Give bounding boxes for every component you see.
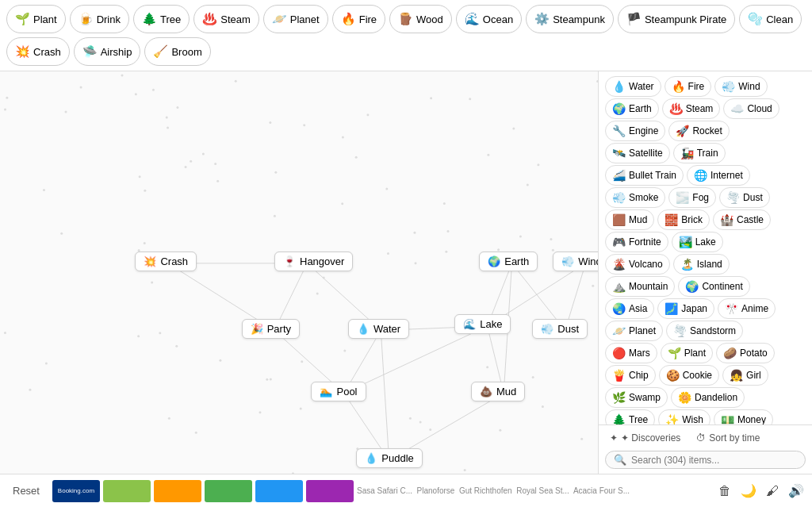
tag-steam[interactable]: ♨️Steam bbox=[193, 5, 259, 33]
trash-icon[interactable]: 🗑 bbox=[718, 484, 731, 498]
tag-plant[interactable]: 🌱Plant bbox=[6, 5, 66, 33]
si-icon-anime: 🎌 bbox=[725, 302, 738, 315]
sidebar-item-girl[interactable]: 👧Girl bbox=[722, 365, 768, 386]
node-crash[interactable]: 💥Crash bbox=[135, 252, 197, 271]
sort-button[interactable]: ⏱ Sort by time bbox=[691, 430, 764, 446]
tag-label-drink: Drink bbox=[97, 13, 121, 25]
node-earth[interactable]: 🌍Earth bbox=[479, 252, 538, 271]
si-icon-brick: 🧱 bbox=[665, 213, 678, 226]
tag-steampunk[interactable]: ⚙️Steampunk bbox=[526, 5, 614, 33]
si-label-cookie: Cookie bbox=[683, 370, 712, 381]
reset-button[interactable]: Reset bbox=[8, 483, 44, 498]
tag-label-broom: Broom bbox=[171, 46, 201, 58]
node-icon-mud: 💩 bbox=[480, 386, 492, 398]
node-dust[interactable]: 💨Dust bbox=[532, 319, 588, 339]
node-puddle[interactable]: 💧Puddle bbox=[356, 448, 422, 468]
tag-label-steampunk-pirate: Steampunk Pirate bbox=[645, 13, 726, 25]
sidebar-item-dandelion[interactable]: 🌼Dandelion bbox=[671, 387, 745, 408]
tag-icon-planet: 🪐 bbox=[272, 12, 287, 26]
sidebar-item-swamp[interactable]: 🌿Swamp bbox=[605, 387, 668, 408]
tag-icon-steampunk-pirate: 🏴 bbox=[626, 12, 642, 26]
tag-clean[interactable]: 🫧Clean bbox=[739, 5, 802, 33]
sidebar-item-rocket[interactable]: 🚀Rocket bbox=[668, 121, 729, 141]
sidebar-item-internet[interactable]: 🌐Internet bbox=[687, 165, 750, 186]
node-hangover[interactable]: 🍷Hangover bbox=[274, 252, 353, 271]
si-icon-tree: 🌲 bbox=[612, 413, 626, 424]
sidebar-item-train[interactable]: 🚂Train bbox=[673, 143, 726, 163]
node-party[interactable]: 🎉Party bbox=[242, 319, 300, 339]
sidebar-item-dust[interactable]: 🌪️Dust bbox=[719, 187, 770, 208]
sidebar-row-6: 🟫Mud🧱Brick🏰Castle bbox=[605, 209, 806, 230]
ad-area: Booking.com Sasa Safari C... Planoforse … bbox=[52, 480, 710, 502]
si-icon-swamp: 🌿 bbox=[612, 391, 626, 404]
sidebar-item-japan[interactable]: 🗾Japan bbox=[657, 298, 714, 319]
sidebar-item-money[interactable]: 💵Money bbox=[714, 409, 773, 424]
sidebar-item-water[interactable]: 💧Water bbox=[605, 76, 661, 97]
sidebar-item-anime[interactable]: 🎌Anime bbox=[718, 298, 776, 319]
moon-icon[interactable]: 🌙 bbox=[741, 483, 756, 498]
brush-icon[interactable]: 🖌 bbox=[766, 484, 779, 498]
si-label-mud: Mud bbox=[629, 214, 647, 225]
node-mud[interactable]: 💩Mud bbox=[471, 382, 525, 401]
si-label-castle: Castle bbox=[737, 214, 764, 225]
si-icon-continent: 🌍 bbox=[685, 280, 699, 293]
node-icon-water: 💧 bbox=[357, 323, 370, 335]
si-icon-wish: ✨ bbox=[665, 413, 679, 424]
si-label-earth: Earth bbox=[629, 103, 652, 114]
sidebar-item-chip[interactable]: 🍟Chip bbox=[605, 365, 656, 386]
tag-tree[interactable]: 🌲Tree bbox=[133, 5, 190, 33]
si-icon-lake: 🏞️ bbox=[679, 236, 692, 248]
sidebar-item-island[interactable]: 🏝️Island bbox=[673, 254, 730, 275]
sidebar-item-mars[interactable]: 🔴Mars bbox=[605, 343, 657, 363]
si-label-fortnite: Fortnite bbox=[629, 236, 661, 248]
volume-icon[interactable]: 🔊 bbox=[788, 483, 804, 498]
sidebar-item-castle[interactable]: 🏰Castle bbox=[713, 209, 771, 230]
si-icon-island: 🏝️ bbox=[680, 258, 694, 271]
sidebar-item-engine[interactable]: 🔧Engine bbox=[605, 121, 665, 141]
sidebar-item-asia[interactable]: 🌏Asia bbox=[605, 298, 654, 319]
tag-fire[interactable]: 🔥Fire bbox=[332, 5, 385, 33]
sidebar-item-plant[interactable]: 🌱Plant bbox=[661, 343, 713, 363]
si-icon-sandstorm: 🌪️ bbox=[673, 325, 687, 337]
sidebar-row-10: 🌏Asia🗾Japan🎌Anime bbox=[605, 298, 806, 319]
node-lake[interactable]: 🌊Lake bbox=[454, 314, 511, 334]
tag-crash[interactable]: 💥Crash bbox=[6, 37, 70, 66]
sidebar-item-mountain[interactable]: ⛰️Mountain bbox=[605, 276, 675, 297]
si-label-mars: Mars bbox=[629, 348, 650, 359]
node-water[interactable]: 💧Water bbox=[348, 319, 409, 339]
tag-drink[interactable]: 🍺Drink bbox=[70, 5, 129, 33]
sidebar-item-mud[interactable]: 🟫Mud bbox=[605, 209, 654, 230]
sidebar-item-fire[interactable]: 🔥Fire bbox=[665, 76, 712, 97]
node-wind[interactable]: 💨Wind bbox=[553, 252, 598, 271]
sidebar-item-continent[interactable]: 🌍Continent bbox=[678, 276, 749, 297]
sidebar-row-15: 🌲Tree✨Wish💵Money bbox=[605, 409, 806, 424]
sidebar-item-steam[interactable]: ♨️Steam bbox=[662, 98, 721, 119]
sidebar-item-wind[interactable]: 💨Wind bbox=[714, 76, 767, 97]
tag-wood[interactable]: 🪵Wood bbox=[389, 5, 452, 33]
sidebar-item-cookie[interactable]: 🍪Cookie bbox=[659, 365, 719, 386]
sidebar-item-sandstorm[interactable]: 🌪️Sandstorm bbox=[666, 321, 743, 341]
sidebar-item-fortnite[interactable]: 🎮Fortnite bbox=[605, 232, 668, 252]
tag-ocean[interactable]: 🌊Ocean bbox=[456, 5, 522, 33]
sidebar-item-wish[interactable]: ✨Wish bbox=[658, 409, 710, 424]
tag-planet[interactable]: 🪐Planet bbox=[263, 5, 328, 33]
node-pool[interactable]: 🏊Pool bbox=[311, 382, 366, 401]
discoveries-button[interactable]: ✦ ✦ Discoveries bbox=[605, 430, 685, 446]
sidebar-item-bullet-train[interactable]: 🚄Bullet Train bbox=[605, 165, 684, 186]
tag-airship[interactable]: 🛸Airship bbox=[74, 37, 141, 66]
sidebar-item-potato[interactable]: 🥔Potato bbox=[716, 343, 775, 363]
sidebar-item-satellite[interactable]: 🛰️Satellite bbox=[605, 143, 670, 163]
sidebar-item-earth[interactable]: 🌍Earth bbox=[605, 98, 659, 119]
sidebar-item-planet[interactable]: 🪐Planet bbox=[605, 321, 663, 341]
tag-steampunk-pirate[interactable]: 🏴Steampunk Pirate bbox=[618, 5, 735, 33]
search-input[interactable] bbox=[631, 455, 797, 466]
tag-broom[interactable]: 🧹Broom bbox=[144, 37, 210, 66]
sidebar-item-lake[interactable]: 🏞️Lake bbox=[672, 232, 723, 252]
sidebar-item-tree[interactable]: 🌲Tree bbox=[605, 409, 655, 424]
sidebar-item-smoke[interactable]: 💨Smoke bbox=[605, 187, 665, 208]
sidebar-item-brick[interactable]: 🧱Brick bbox=[657, 209, 710, 230]
sidebar-item-fog[interactable]: 🌫️Fog bbox=[668, 187, 716, 208]
si-icon-earth: 🌍 bbox=[612, 102, 626, 115]
sidebar-item-volcano[interactable]: 🌋Volcano bbox=[605, 254, 670, 275]
sidebar-item-cloud[interactable]: ☁️Cloud bbox=[723, 98, 779, 119]
